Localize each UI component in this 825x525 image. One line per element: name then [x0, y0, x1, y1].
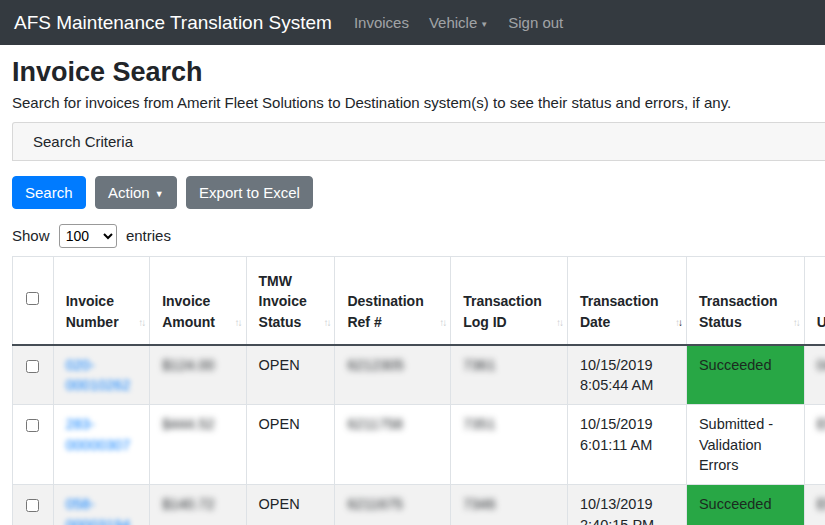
nav-item-invoices[interactable]: Invoices: [354, 14, 409, 31]
search-criteria-panel-header[interactable]: Search Criteria: [12, 122, 825, 161]
cell-destination-ref: 6211675: [335, 485, 451, 525]
table-row: 283-00000307 $444.52 OPEN 6211758 7351 1…: [13, 405, 825, 485]
action-dropdown-button[interactable]: Action▼: [95, 176, 177, 209]
top-navbar: AFS Maintenance Translation System Invoi…: [0, 0, 825, 45]
column-header-transaction-date[interactable]: Transaction Date ↑↓: [567, 257, 686, 345]
cell-tmw-invoice-status: OPEN: [246, 345, 335, 405]
table-row: 058-00003194 $140.72 OPEN 6211675 7346 1…: [13, 485, 825, 525]
cell-unit: EN7PG8QF: [804, 485, 825, 525]
cell-transaction-status: Submitted - Validation Errors: [686, 405, 804, 485]
entries-select[interactable]: 100: [59, 224, 117, 248]
entries-label: entries: [126, 227, 171, 244]
row-checkbox[interactable]: [26, 499, 39, 512]
invoice-link[interactable]: 020-00010262: [66, 357, 131, 393]
sort-icon: ↑↓: [439, 316, 445, 331]
cell-transaction-date: 10/15/2019 6:01:11 AM: [567, 405, 686, 485]
page-subtitle: Search for invoices from Amerit Fleet So…: [12, 94, 825, 111]
main-content: Invoice Search Search for invoices from …: [0, 45, 825, 525]
column-header-invoice-number[interactable]: Invoice Number ↑↓: [53, 257, 149, 345]
cell-unit: EN7PG8QF: [804, 405, 825, 485]
column-header-tmw-invoice-status[interactable]: TMW Invoice Status ↑↓: [246, 257, 335, 345]
nav-item-vehicle[interactable]: Vehicle▼: [429, 14, 488, 31]
app-brand[interactable]: AFS Maintenance Translation System: [14, 12, 332, 34]
show-label: Show: [12, 227, 50, 244]
sort-icon: ↑↓: [323, 316, 329, 331]
search-button[interactable]: Search: [12, 176, 86, 209]
cell-destination-ref: 6212305: [335, 345, 451, 405]
invoices-table: Invoice Number ↑↓ Invoice Amount ↑↓ TMW …: [12, 256, 825, 525]
row-select-cell: [13, 485, 54, 525]
row-select-cell: [13, 405, 54, 485]
toolbar: Search Action▼ Export to Excel: [12, 176, 825, 209]
row-select-cell: [13, 345, 54, 405]
cell-tmw-invoice-status: OPEN: [246, 405, 335, 485]
cell-destination-ref: 6211758: [335, 405, 451, 485]
sort-icon: ↑↓: [138, 316, 144, 331]
cell-transaction-log-id: 7361: [451, 345, 568, 405]
row-checkbox[interactable]: [26, 419, 39, 432]
cell-unit: 040599: [804, 345, 825, 405]
caret-down-icon: ▼: [155, 189, 164, 199]
cell-invoice-amount: $444.52: [150, 405, 246, 485]
cell-transaction-status: Succeeded: [686, 345, 804, 405]
sort-icon: ↑↓: [235, 316, 241, 331]
caret-down-icon: ▼: [480, 20, 488, 29]
entries-length-control: Show 100 entries: [12, 224, 825, 248]
sort-icon: ↑↓: [793, 316, 799, 331]
sort-icon: ↑↓: [556, 316, 562, 331]
column-header-destination-ref[interactable]: Destination Ref # ↑↓: [335, 257, 451, 345]
sort-desc-icon: ↑↓: [675, 316, 681, 331]
cell-transaction-date: 10/15/2019 8:05:44 AM: [567, 345, 686, 405]
table-header-row: Invoice Number ↑↓ Invoice Amount ↑↓ TMW …: [13, 257, 825, 345]
cell-invoice-number: 058-00003194: [53, 485, 149, 525]
invoice-link[interactable]: 283-00000307: [66, 416, 131, 452]
table-row: 020-00010262 $124.00 OPEN 6212305 7361 1…: [13, 345, 825, 405]
select-all-checkbox[interactable]: [26, 292, 39, 305]
cell-transaction-date: 10/13/2019 2:40:15 PM: [567, 485, 686, 525]
invoice-link[interactable]: 058-00003194: [66, 496, 131, 525]
column-header-transaction-log-id[interactable]: Transaction Log ID ↑↓: [451, 257, 568, 345]
row-checkbox[interactable]: [26, 360, 39, 373]
cell-invoice-amount: $140.72: [150, 485, 246, 525]
column-header-transaction-status[interactable]: Transaction Status ↑↓: [686, 257, 804, 345]
export-to-excel-button[interactable]: Export to Excel: [186, 176, 313, 209]
cell-transaction-status: Succeeded: [686, 485, 804, 525]
cell-transaction-log-id: 7351: [451, 405, 568, 485]
select-all-header: [13, 257, 54, 345]
page-title: Invoice Search: [12, 57, 825, 87]
cell-transaction-log-id: 7346: [451, 485, 568, 525]
cell-invoice-amount: $124.00: [150, 345, 246, 405]
column-header-invoice-amount[interactable]: Invoice Amount ↑↓: [150, 257, 246, 345]
cell-invoice-number: 283-00000307: [53, 405, 149, 485]
cell-tmw-invoice-status: OPEN: [246, 485, 335, 525]
nav-item-sign-out[interactable]: Sign out: [508, 14, 563, 31]
column-header-unit[interactable]: Unit ↑↓: [804, 257, 825, 345]
cell-invoice-number: 020-00010262: [53, 345, 149, 405]
